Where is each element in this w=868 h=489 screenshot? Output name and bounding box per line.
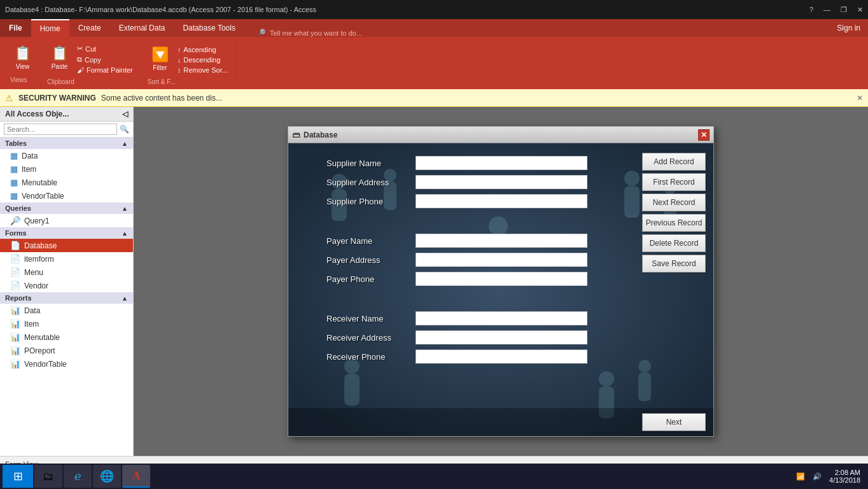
taskbar-app-chrome[interactable]: 🌐: [93, 465, 121, 488]
payer-section: Payer Name Payer Address Payer Phone: [326, 234, 624, 291]
form-fields: Supplier Name Supplier Address Supplier …: [288, 143, 637, 436]
start-button[interactable]: ⊞: [3, 465, 33, 488]
sidebar-item-vendortable[interactable]: ▦ VendorTable: [0, 189, 133, 202]
filter-button[interactable]: 🔽 Filter: [148, 44, 172, 74]
payer-phone-label: Payer Phone: [326, 274, 416, 284]
sidebar-item-vendor-form[interactable]: 📄 Vendor: [0, 279, 133, 292]
sidebar-item-poreport[interactable]: 📊 POreport: [0, 344, 133, 357]
reports-section-header[interactable]: Reports ▲: [0, 292, 133, 304]
sidebar-item-data-table[interactable]: ▦ Data: [0, 149, 133, 162]
supplier-phone-input[interactable]: [416, 194, 587, 208]
content-area: 🗃 Database ✕: [134, 107, 868, 456]
tab-external-data[interactable]: External Data: [110, 19, 174, 37]
add-record-button[interactable]: Add Record: [642, 153, 706, 171]
payer-address-input[interactable]: [416, 253, 587, 267]
receiver-name-input[interactable]: [416, 311, 587, 325]
sidebar-item-data-report[interactable]: 📊 Data: [0, 304, 133, 317]
tell-me-input[interactable]: Tell me what you want to do...: [270, 29, 362, 37]
view-button[interactable]: 📋 View: [10, 43, 35, 73]
sidebar-item-item-report[interactable]: 📊 Item: [0, 317, 133, 330]
modal-close-button[interactable]: ✕: [698, 129, 710, 141]
table-icon: ▦: [10, 191, 18, 201]
query-icon: 🔎: [10, 216, 20, 225]
table-icon: ▦: [10, 151, 18, 160]
next-record-button[interactable]: Next Record: [642, 194, 706, 211]
sidebar-search-area: 🔍: [0, 122, 133, 138]
ascending-button[interactable]: ↑Ascending: [175, 45, 230, 54]
minimize-button[interactable]: —: [823, 6, 830, 14]
volume-icon: 🔊: [813, 472, 822, 481]
payer-address-row: Payer Address: [326, 253, 624, 267]
receiver-phone-row: Receiver Phone: [326, 350, 624, 364]
receiver-address-input[interactable]: [416, 330, 587, 344]
report-icon: 📊: [10, 332, 20, 342]
sign-in-button[interactable]: Sign in: [829, 24, 868, 32]
tab-home[interactable]: Home: [31, 19, 69, 37]
remove-sort-button[interactable]: ↕Remove Sor...: [175, 66, 230, 74]
copy-button[interactable]: ⧉Copy: [74, 55, 136, 64]
tables-section-header[interactable]: Tables ▲: [0, 138, 133, 149]
forms-section-header[interactable]: Forms ▲: [0, 227, 133, 239]
supplier-section: Supplier Name Supplier Address Supplier …: [326, 156, 624, 213]
queries-section-header[interactable]: Queries ▲: [0, 202, 133, 214]
taskbar-app-ie[interactable]: ℯ: [64, 465, 92, 488]
table-icon: ▦: [10, 164, 18, 174]
ribbon-group-views: 📋 View Views: [5, 40, 41, 86]
payer-name-input[interactable]: [416, 234, 587, 248]
network-icon: 📶: [796, 472, 805, 481]
sidebar-item-menutable[interactable]: ▦ Menutable: [0, 176, 133, 189]
taskbar: ⊞ 🗂 ℯ 🌐 A 📶 🔊 2:08 AM 4/13/2018: [0, 464, 868, 489]
taskbar-right: 📶 🔊 2:08 AM 4/13/2018: [796, 469, 865, 484]
sidebar-item-menutable-report[interactable]: 📊 Menutable: [0, 330, 133, 344]
form-buttons: Add Record First Record Next Record Prev…: [637, 143, 713, 436]
security-message: Some active content has been dis...: [101, 94, 222, 103]
table-icon: ▦: [10, 178, 18, 187]
main-area: All Access Obje... ◁ 🔍 Tables ▲ ▦ Data ▦…: [0, 107, 868, 456]
descending-button[interactable]: ↓Descending: [175, 55, 230, 64]
warning-icon: ⚠: [5, 93, 13, 103]
previous-record-button[interactable]: Previous Record: [642, 214, 706, 232]
sidebar-item-database-form[interactable]: 📄 Database: [0, 239, 133, 252]
taskbar-clock: 2:08 AM 4/13/2018: [829, 469, 860, 484]
supplier-address-input[interactable]: [416, 175, 587, 189]
sidebar-item-menu-form[interactable]: 📄 Menu: [0, 266, 133, 279]
sidebar-item-query1[interactable]: 🔎 Query1: [0, 214, 133, 227]
payer-phone-input[interactable]: [416, 272, 587, 286]
close-button[interactable]: ✕: [857, 6, 863, 14]
first-record-button[interactable]: First Record: [642, 173, 706, 191]
security-close-button[interactable]: ✕: [857, 94, 863, 103]
supplier-name-input[interactable]: [416, 156, 587, 170]
next-button-row: Next: [288, 408, 713, 436]
payer-phone-row: Payer Phone: [326, 272, 624, 286]
delete-record-button[interactable]: Delete Record: [642, 234, 706, 252]
form-icon: 📄: [10, 241, 20, 250]
taskbar-app-access[interactable]: A: [122, 465, 150, 488]
receiver-address-label: Receiver Address: [326, 333, 416, 343]
paste-button[interactable]: 📋 Paste: [47, 43, 72, 73]
search-icon: 🔍: [120, 125, 129, 134]
tab-create[interactable]: Create: [69, 19, 110, 37]
tab-file[interactable]: File: [0, 19, 31, 37]
ribbon-content: 📋 View Views 📋 Paste ✂Cut ⧉Copy: [0, 37, 868, 89]
ribbon-tabs: File Home Create External Data Database …: [0, 19, 868, 37]
sidebar-search-input[interactable]: [4, 124, 117, 135]
sidebar-collapse-icon[interactable]: ◁: [122, 110, 128, 118]
explorer-icon: 🗂: [43, 470, 54, 483]
report-icon: 📊: [10, 306, 20, 315]
receiver-phone-input[interactable]: [416, 350, 587, 364]
tab-database-tools[interactable]: Database Tools: [174, 19, 244, 37]
save-record-button[interactable]: Save Record: [642, 255, 706, 273]
maximize-button[interactable]: ❐: [841, 6, 847, 14]
sidebar-item-item-table[interactable]: ▦ Item: [0, 162, 133, 176]
modal-body: Supplier Name Supplier Address Supplier …: [288, 143, 713, 436]
taskbar-app-explorer[interactable]: 🗂: [34, 465, 62, 488]
sidebar-item-itemform[interactable]: 📄 itemform: [0, 252, 133, 266]
sidebar-item-vendortable-report[interactable]: 📊 VendorTable: [0, 357, 133, 371]
cut-button[interactable]: ✂Cut: [74, 44, 136, 53]
next-button[interactable]: Next: [642, 413, 706, 431]
receiver-phone-label: Receiver Phone: [326, 352, 416, 362]
format-painter-button[interactable]: 🖌Format Painter: [74, 66, 136, 74]
modal-title-icon: 🗃: [292, 131, 300, 139]
form-icon: 📄: [10, 267, 20, 277]
help-icon[interactable]: ?: [809, 6, 813, 14]
